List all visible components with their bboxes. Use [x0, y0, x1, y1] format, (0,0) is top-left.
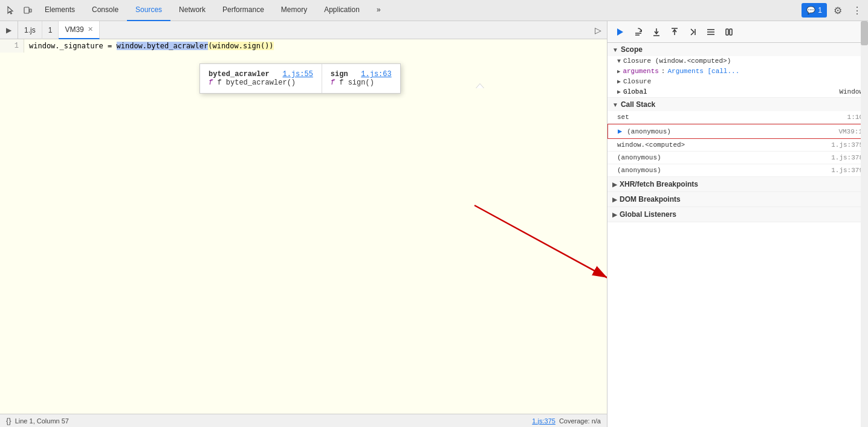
tooltip-right-name: sign 1.js:63	[331, 70, 392, 79]
tab-application[interactable]: Application	[316, 0, 368, 21]
tab-more[interactable]: »	[368, 0, 389, 21]
svg-rect-15	[726, 29, 728, 35]
global-listeners-label: Global Listeners	[620, 210, 676, 219]
pause-on-exception-button[interactable]	[721, 24, 737, 40]
tooltip-left: byted_acrawler 1.js:55 f f byted_acrawle…	[200, 64, 322, 93]
main-layout: ▶ 1.js 1 VM39 ✕ ▷ 1 window._signature = …	[0, 21, 868, 427]
red-arrow-annotation	[0, 39, 607, 414]
code-line-1: 1 window._signature = window.byted_acraw…	[0, 39, 607, 53]
scrollbar-thumb[interactable]	[861, 21, 868, 45]
global-listeners-header[interactable]: ▶ Global Listeners	[607, 207, 868, 222]
xhr-triangle: ▶	[612, 181, 617, 188]
debugger-panel: ▼ Scope ▼ Closure (window.<computed>) ▶ …	[607, 21, 868, 427]
global-listeners-triangle: ▶	[612, 211, 617, 218]
global-value: Window	[839, 88, 863, 95]
xhr-fetch-label: XHR/fetch Breakpoints	[620, 180, 698, 188]
svg-rect-0	[24, 7, 29, 13]
editor-tabs: ▶ 1.js 1 VM39 ✕ ▷	[0, 21, 607, 39]
dom-breakpoints-label: DOM Breakpoints	[620, 195, 681, 204]
step-button[interactable]	[685, 24, 701, 40]
deactivate-breakpoints-button[interactable]	[703, 24, 719, 40]
xhr-fetch-header[interactable]: ▶ XHR/fetch Breakpoints	[607, 177, 868, 192]
editor-tab-vm39[interactable]: VM39 ✕	[59, 21, 99, 39]
close-tab-icon[interactable]: ✕	[88, 25, 93, 33]
editor-tab-1js[interactable]: 1.js	[18, 21, 42, 39]
callstack-item-anonymous-379[interactable]: (anonymous) 1.js:379	[607, 164, 868, 177]
closure-header-label: Closure (window.<computed>)	[623, 57, 731, 65]
scope-triangle: ▼	[612, 47, 618, 53]
callstack-header[interactable]: ▼ Call Stack	[607, 98, 868, 111]
gear-icon: ⚙	[834, 5, 842, 16]
scope-header[interactable]: ▼ Scope	[607, 43, 868, 56]
cursor-icon[interactable]	[2, 2, 19, 19]
tooltip-left-name: byted_acrawler 1.js:55	[209, 70, 313, 79]
current-frame-arrow: ▶	[618, 127, 622, 136]
status-bar: {} Line 1, Column 57 1.js:375 Coverage: …	[0, 414, 607, 427]
chat-icon: 💬	[806, 6, 815, 14]
tooltip-left-func: f f byted_acrawler()	[209, 79, 313, 87]
run-snippet-button[interactable]: ▷	[589, 21, 607, 39]
global-row[interactable]: ▶ Global Window	[607, 86, 868, 97]
caret-up-left-inner	[476, 84, 484, 88]
play-pause-button[interactable]: ▶	[0, 21, 18, 39]
closure2-label: Closure	[623, 78, 651, 85]
callstack-item-set[interactable]: set 1:10	[607, 111, 868, 124]
closure-section: ▼ Closure (window.<computed>) ▶ argument…	[607, 56, 868, 98]
step-into-button[interactable]	[649, 24, 664, 40]
tab-network[interactable]: Network	[170, 0, 214, 21]
more-options-icon: ⋮	[852, 5, 862, 16]
tab-console[interactable]: Console	[83, 0, 127, 21]
tooltip-right: sign 1.js:63 f f sign()	[322, 64, 400, 93]
editor-panel: ▶ 1.js 1 VM39 ✕ ▷ 1 window._signature = …	[0, 21, 607, 427]
global-label: Global	[623, 88, 647, 95]
step-over-button[interactable]	[630, 24, 646, 40]
svg-rect-1	[30, 9, 31, 12]
closure2-item[interactable]: ▶ Closure	[607, 77, 868, 86]
coverage-text: Coverage: n/a	[559, 417, 601, 425]
svg-marker-4	[617, 28, 623, 36]
status-bar-left: {} Line 1, Column 57	[6, 416, 69, 425]
coverage-link[interactable]: 1.js:375	[532, 417, 555, 425]
settings-button[interactable]: ⚙	[829, 2, 846, 19]
scrollbar-track[interactable]	[861, 21, 868, 427]
step-out-button[interactable]	[667, 24, 682, 40]
tab-sources[interactable]: Sources	[127, 0, 170, 21]
tab-memory[interactable]: Memory	[273, 0, 316, 21]
tooltip-right-link[interactable]: 1.js:63	[361, 70, 391, 79]
callstack-label: Call Stack	[621, 100, 655, 109]
code-background	[0, 53, 607, 414]
tab-elements[interactable]: Elements	[36, 0, 83, 21]
callstack-list: set 1:10 ▶ (anonymous) VM39:1 window.<co…	[607, 111, 868, 177]
code-area: 1 window._signature = window.byted_acraw…	[0, 39, 607, 414]
devtools-tab-bar: Elements Console Sources Network Perform…	[0, 0, 868, 21]
resume-button[interactable]	[612, 24, 628, 40]
more-options-button[interactable]: ⋮	[849, 2, 866, 19]
svg-line-3	[474, 205, 607, 278]
status-bar-right: 1.js:375 Coverage: n/a	[532, 417, 601, 425]
device-icon[interactable]	[19, 2, 36, 19]
debug-toolbar	[607, 21, 868, 43]
callstack-item-anonymous-378[interactable]: (anonymous) 1.js:378	[607, 152, 868, 164]
closure-header-item[interactable]: ▼ Closure (window.<computed>)	[607, 56, 868, 66]
callstack-item-window-computed[interactable]: window.<computed> 1.js:375	[607, 139, 868, 152]
function-tooltip: byted_acrawler 1.js:55 f f byted_acrawle…	[199, 63, 401, 94]
tooltip-right-func: f f sign()	[331, 79, 392, 87]
arguments-item[interactable]: ▶ arguments : Arguments [call...	[607, 66, 868, 77]
line-content-1[interactable]: window._signature = window.byted_acrawle…	[24, 39, 607, 53]
callstack-item-anonymous-vm39[interactable]: ▶ (anonymous) VM39:1	[607, 124, 868, 139]
editor-tab-1[interactable]: 1	[42, 21, 59, 39]
svg-rect-16	[730, 29, 732, 35]
line-number-1: 1	[0, 39, 24, 53]
tab-right-controls: 💬 1 ⚙ ⋮	[802, 2, 866, 19]
scope-label: Scope	[621, 45, 643, 54]
tooltip-left-link[interactable]: 1.js:55	[282, 70, 313, 79]
tab-performance[interactable]: Performance	[214, 0, 273, 21]
dom-triangle: ▶	[612, 196, 617, 203]
callstack-triangle: ▼	[612, 101, 618, 108]
pretty-print-icon[interactable]: {}	[6, 416, 11, 425]
messages-badge-button[interactable]: 💬 1	[802, 3, 827, 18]
dom-breakpoints-header[interactable]: ▶ DOM Breakpoints	[607, 192, 868, 207]
cursor-position: Line 1, Column 57	[15, 417, 69, 425]
